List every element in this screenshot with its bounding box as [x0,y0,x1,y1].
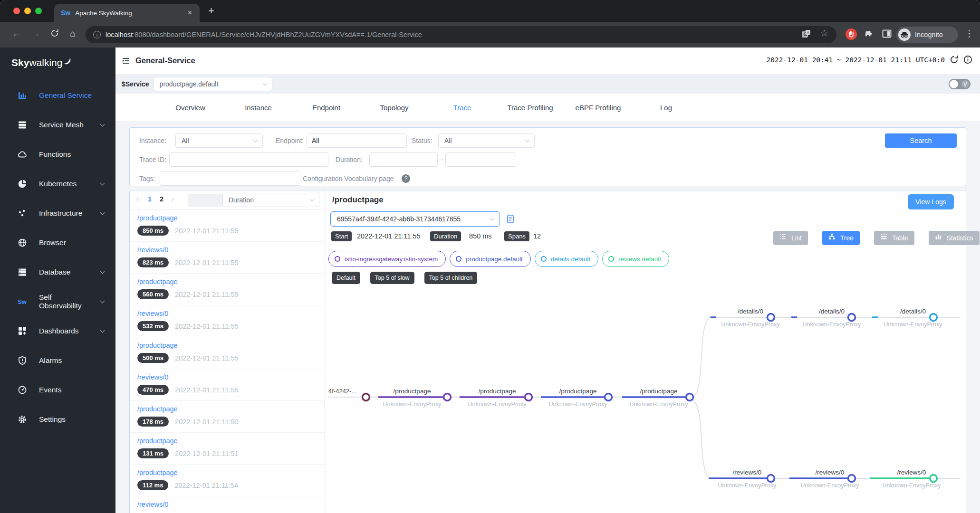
trace-endpoint-link[interactable]: /reviews/0 [137,501,318,508]
sidebar-item-functions[interactable]: Functions [0,140,115,169]
sort-select[interactable]: Duration [222,193,319,207]
tree-filter-top-5-of-children[interactable]: Top 5 of children [424,272,478,284]
translate-icon[interactable]: GA [801,29,811,41]
tab-overview[interactable]: Overview [156,104,224,112]
span-node[interactable] [444,394,451,401]
home-icon[interactable]: ⌂ [67,28,79,39]
forward-icon[interactable]: → [29,28,42,39]
site-info-icon[interactable]: i [93,31,101,38]
trace-endpoint-link[interactable]: /productpage [137,469,318,476]
sidebar-item-browser[interactable]: Browser [0,228,115,257]
browser-tab[interactable]: Sw Apache SkyWalking × [54,4,200,22]
view-logs-button[interactable]: View Logs [908,194,954,209]
next-page-icon[interactable]: › [172,195,174,203]
status-select[interactable]: All [438,133,535,148]
version-toggle[interactable]: V [949,79,970,89]
trace-list-item[interactable]: /reviews/0 [130,496,325,513]
duration-to-input[interactable] [445,152,516,167]
tab-topology[interactable]: Topology [360,104,428,112]
sidebar-item-kubernetes[interactable]: Kubernetes [0,169,115,199]
time-range-text[interactable]: 2022-12-01 20:41 ~ 2022-12-01 21:11 UTC+… [767,56,945,64]
tab-trace-profiling[interactable]: Trace Profiling [496,104,564,112]
sidebar-item-alarms[interactable]: Alarms [0,346,115,375]
span-node[interactable] [848,475,855,482]
trace-endpoint-link[interactable]: /productpage [137,437,318,445]
trace-list-item[interactable]: /productpage112 ms2022-12-01 21:11:54 [130,465,325,496]
span-node[interactable] [686,394,693,401]
page-button-1[interactable]: 1 [148,195,152,203]
sidebar-item-service-mesh[interactable]: Service Mesh [0,110,115,140]
refresh-icon[interactable] [950,55,959,64]
trace-list-item[interactable]: /productpage178 ms2022-12-01 21:11:50 [130,401,325,433]
trace-endpoint-link[interactable]: /reviews/0 [137,310,318,317]
view-mode-tree[interactable]: Tree [822,231,860,245]
copy-trace-id-icon[interactable] [506,214,515,226]
sidebar-item-events[interactable]: Events [0,375,115,405]
span-node[interactable] [525,394,532,401]
minimize-window-button[interactable] [24,8,31,14]
browser-menu-icon[interactable]: ⋮ [965,28,974,39]
close-window-button[interactable] [13,8,20,14]
sidebar-item-database[interactable]: Database [0,257,115,287]
search-button[interactable]: Search [885,133,957,148]
trace-list-item[interactable]: /reviews/0823 ms2022-12-01 21:11:55 [130,242,325,274]
service-chip-istio-ingressgateway[interactable]: istio-ingressgateway.istio-system [328,251,446,267]
page-button-2[interactable]: 2 [160,195,163,203]
trace-endpoint-link[interactable]: /productpage [137,278,318,285]
vocabulary-link[interactable]: Configuration Vocabulary page [303,175,394,182]
trace-endpoint-link[interactable]: /reviews/0 [137,246,318,254]
trace-list-item[interactable]: /productpage500 ms2022-12-01 21:11:55 [130,337,325,369]
service-chip-productpage[interactable]: productpage.default [450,251,530,267]
view-mode-list[interactable]: List [773,231,808,245]
tab-instance[interactable]: Instance [224,104,292,112]
span-node[interactable] [768,314,775,321]
reload-icon[interactable] [48,29,61,40]
side-panel-icon[interactable] [882,29,892,40]
service-select[interactable]: productpage.default [154,77,272,91]
tab-endpoint[interactable]: Endpoint [292,104,360,112]
tags-input[interactable] [160,171,300,186]
span-node[interactable] [605,394,612,401]
back-icon[interactable]: ← [10,28,23,39]
span-node[interactable] [363,394,370,401]
prev-page-icon[interactable]: ‹ [136,195,139,203]
trace-list-item[interactable]: /reviews/0470 ms2022-12-01 21:11:55 [130,369,325,401]
service-chip-reviews[interactable]: reviews.default [602,251,669,267]
page-size-box[interactable] [188,194,222,207]
duration-from-input[interactable] [369,152,438,167]
tab-trace[interactable]: Trace [428,104,496,112]
view-mode-statistics[interactable]: Statistics [929,231,980,245]
span-node[interactable] [930,314,937,321]
tab-log[interactable]: Log [632,104,700,112]
adblock-extension-icon[interactable] [845,28,857,42]
tree-filter-top-5-of-slow[interactable]: Top 5 of slow [370,272,414,284]
new-tab-button[interactable]: + [208,5,214,17]
skywalking-logo[interactable]: Skywalking [0,48,115,68]
instance-select[interactable]: All [175,133,263,148]
maximize-window-button[interactable] [35,8,42,14]
trace-id-select[interactable]: 69557a4f-394f-4242-ab6b-317344617855 [330,211,500,227]
trace-endpoint-link[interactable]: /productpage [137,214,318,222]
trace-list-item[interactable]: /productpage560 ms2022-12-01 21:11:55 [130,274,325,305]
view-mode-table[interactable]: Table [874,231,914,245]
trace-list-item[interactable]: /reviews/0532 ms2022-12-01 21:11:55 [130,305,325,337]
tab-ebpf-profiling[interactable]: eBPF Profiling [564,104,632,112]
sidebar-item-infrastructure[interactable]: Infrastructure [0,199,115,228]
span-node[interactable] [848,314,855,321]
collapse-sidebar-icon[interactable] [121,56,130,67]
trace-endpoint-link[interactable]: /productpage [137,405,318,413]
help-icon[interactable]: ? [402,174,410,183]
url-bar[interactable]: i localhost:8080/dashboard/GENERAL/Servi… [86,26,836,43]
bookmark-star-icon[interactable]: ☆ [820,28,828,38]
info-icon[interactable] [963,55,972,64]
extensions-puzzle-icon[interactable] [863,28,874,41]
tree-filter-default[interactable]: Default [332,272,360,284]
service-chip-details[interactable]: details.default [535,251,598,267]
trace-list-item[interactable]: /productpage850 ms2022-12-01 21:11:55 [130,210,325,242]
trace-endpoint-link[interactable]: /productpage [137,342,318,349]
sidebar-item-general-service[interactable]: General Service [0,81,115,110]
sidebar-item-settings[interactable]: Settings [0,405,115,434]
trace-id-input[interactable] [169,152,328,167]
trace-endpoint-link[interactable]: /reviews/0 [137,373,318,381]
trace-list-item[interactable]: /productpage131 ms2022-12-01 21:11:51 [130,433,325,465]
